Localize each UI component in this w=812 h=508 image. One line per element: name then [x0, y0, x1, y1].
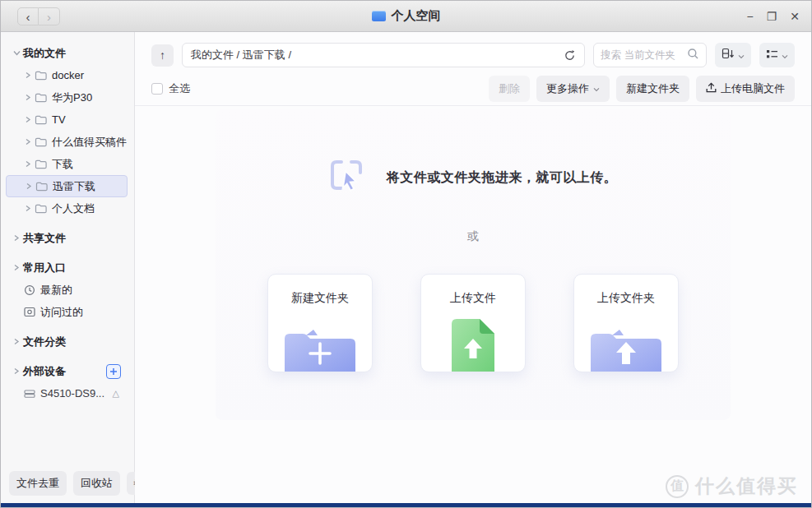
content-area: 将文件或文件夹拖进来，就可以上传。 或 新建文件夹 — [135, 106, 811, 506]
drop-zone-headline: 将文件或文件夹拖进来，就可以上传。 — [387, 169, 618, 187]
search-input[interactable] — [601, 49, 687, 61]
upload-folder-card[interactable]: 上传文件夹 — [573, 274, 679, 372]
taskbar-edge — [1, 503, 811, 507]
sidebar-folder-downloads[interactable]: 下载 — [6, 153, 128, 175]
sidebar-item-visited[interactable]: 访问过的 — [6, 301, 128, 323]
dedupe-button[interactable]: 文件去重 — [9, 471, 67, 496]
smzdm-badge-icon: 值 — [666, 475, 689, 498]
sort-button[interactable] — [715, 43, 751, 67]
chevron-right-icon — [12, 263, 23, 272]
recycle-bin-button[interactable]: 回收站 — [73, 471, 120, 496]
chevron-right-icon — [12, 233, 23, 242]
select-all-checkbox[interactable] — [151, 83, 163, 95]
watermark: 值 什么值得买 — [666, 473, 798, 499]
upload-pc-files-label: 上传电脑文件 — [721, 81, 785, 96]
sidebar-item-device-s4510[interactable]: S4510-DS9... △ — [6, 382, 128, 404]
window-title: 个人空间 — [372, 8, 441, 24]
app-folder-icon — [372, 11, 386, 21]
maximize-button[interactable]: ❐ — [767, 11, 777, 22]
drop-zone[interactable]: 将文件或文件夹拖进来，就可以上传。 或 新建文件夹 — [216, 109, 731, 420]
sidebar-item-shared-files[interactable]: 共享文件 — [6, 227, 128, 249]
sidebar-folder-label: 华为P30 — [52, 90, 92, 105]
delete-button[interactable]: 删除 — [489, 76, 530, 102]
sidebar-folder-label: 下载 — [52, 157, 73, 172]
clock-icon — [24, 284, 35, 296]
nav-forward-button[interactable]: › — [39, 7, 60, 25]
chevron-down-icon — [738, 48, 745, 62]
chevron-right-icon — [25, 182, 35, 191]
minimize-button[interactable]: − — [747, 11, 754, 22]
sidebar-item-label: 我的文件 — [23, 46, 66, 61]
list-view-icon — [766, 48, 778, 62]
folder-icon — [35, 92, 47, 103]
more-actions-button[interactable]: 更多操作 — [536, 76, 610, 102]
close-button[interactable]: ✕ — [790, 11, 800, 22]
up-arrow-icon: ↑ — [160, 48, 165, 62]
chevron-down-icon — [12, 48, 23, 58]
upload-folder-card-label: 上传文件夹 — [574, 291, 678, 306]
sidebar-folder-smzdm-drafts[interactable]: 什么值得买稿件 — [6, 131, 128, 153]
upload-cards: 新建文件夹 — [216, 274, 731, 372]
eject-icon[interactable]: △ — [113, 388, 119, 399]
upload-file-card[interactable]: 上传文件 — [420, 274, 526, 372]
chevron-down-icon — [593, 82, 600, 95]
drive-icon — [24, 389, 35, 399]
search-icon[interactable] — [687, 48, 699, 63]
chevron-right-icon — [24, 115, 35, 124]
sidebar-folder-thunder-downloads[interactable]: 迅雷下载 — [6, 175, 128, 197]
sidebar-folder-personal-docs[interactable]: 个人文档 — [6, 197, 128, 219]
folder-upload-icon — [587, 322, 665, 372]
forward-icon: › — [47, 10, 51, 24]
window-title-text: 个人空间 — [392, 8, 441, 24]
view-mode-button[interactable] — [759, 43, 795, 67]
sidebar-folder-label: TV — [52, 113, 66, 126]
window-controls: − ❐ ✕ — [747, 1, 800, 32]
search-box — [593, 43, 707, 67]
up-directory-button[interactable]: ↑ — [151, 44, 174, 67]
drag-drop-icon — [329, 159, 364, 196]
action-buttons: 删除 更多操作 新建文件夹 上传电脑文件 — [489, 76, 795, 102]
new-folder-card[interactable]: 新建文件夹 — [267, 274, 373, 372]
chevron-down-icon — [782, 48, 788, 62]
sidebar-item-label: 共享文件 — [23, 231, 66, 246]
upload-file-card-label: 上传文件 — [421, 291, 525, 306]
sort-icon — [722, 48, 735, 62]
watermark-text: 什么值得买 — [695, 473, 798, 499]
chevron-right-icon — [24, 159, 35, 169]
upload-pc-files-button[interactable]: 上传电脑文件 — [696, 76, 795, 102]
sidebar-item-label: 访问过的 — [40, 305, 83, 320]
select-all-control[interactable]: 全选 — [151, 81, 190, 96]
chevron-right-icon — [24, 204, 35, 213]
refresh-icon[interactable] — [564, 49, 576, 62]
sidebar-item-my-files[interactable]: 我的文件 — [6, 42, 128, 64]
folder-icon — [35, 114, 47, 125]
select-all-label: 全选 — [169, 81, 190, 96]
chevron-right-icon — [24, 71, 35, 80]
sidebar-item-recent[interactable]: 最新的 — [6, 279, 128, 301]
sidebar-folder-tv[interactable]: TV — [6, 109, 128, 131]
nav-buttons: ‹ › — [17, 7, 60, 25]
folder-icon — [35, 136, 47, 147]
app-window: ‹ › 个人空间 − ❐ ✕ 我的文件 docker — [0, 0, 812, 508]
chevron-right-icon — [12, 337, 23, 346]
sidebar-footer: 文件去重 回收站 ⚙ — [9, 471, 150, 496]
sidebar-item-external-devices[interactable]: 外部设备 — [6, 360, 128, 382]
folder-icon — [35, 203, 47, 214]
chevron-right-icon — [12, 367, 23, 376]
titlebar: ‹ › 个人空间 − ❐ ✕ — [1, 1, 811, 32]
action-toolbar: 全选 删除 更多操作 新建文件夹 上传电脑文件 — [135, 72, 811, 106]
sidebar-item-label: 外部设备 — [23, 364, 66, 379]
drop-zone-header: 将文件或文件夹拖进来，就可以上传。 — [216, 159, 731, 196]
sidebar-folder-docker[interactable]: docker — [6, 64, 128, 86]
new-folder-card-label: 新建文件夹 — [268, 291, 372, 306]
back-icon: ‹ — [26, 10, 30, 24]
sidebar-item-file-categories[interactable]: 文件分类 — [6, 330, 128, 353]
folder-icon — [35, 181, 48, 192]
nav-back-button[interactable]: ‹ — [17, 7, 39, 25]
add-device-button[interactable] — [106, 364, 121, 379]
breadcrumb[interactable]: 我的文件 / 迅雷下载 / — [182, 43, 585, 67]
sidebar-folder-huawei-p30[interactable]: 华为P30 — [6, 86, 128, 109]
sidebar-item-quick-access[interactable]: 常用入口 — [6, 256, 128, 279]
or-divider-label: 或 — [216, 229, 731, 244]
new-folder-button[interactable]: 新建文件夹 — [616, 76, 689, 102]
